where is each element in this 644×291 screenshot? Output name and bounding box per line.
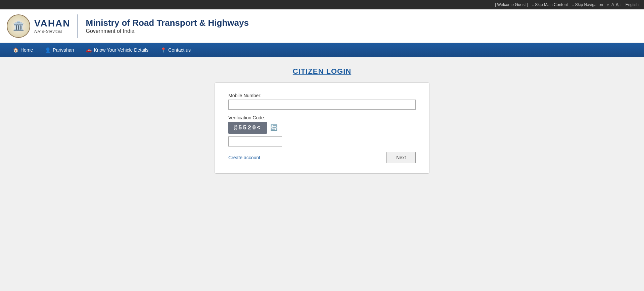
main-content: CITIZEN LOGIN Mobile Number: Verificatio… <box>0 57 644 291</box>
home-icon: 🏠 <box>13 47 18 53</box>
captcha-image: @5520< <box>228 122 267 134</box>
vahan-brand: VAHAN NR e-Services <box>34 18 70 34</box>
skip-navigation-link[interactable]: ↓ Skip Navigation <box>572 2 603 7</box>
verification-label: Verification Code: <box>228 115 416 120</box>
captcha-input[interactable] <box>228 136 282 147</box>
skip-main-content-link[interactable]: ↓ Skip Main Content <box>532 2 568 7</box>
site-header: 🏛️ VAHAN NR e-Services Ministry of Road … <box>0 9 644 43</box>
welcome-text: | Welcome Guest | <box>495 2 528 7</box>
font-decrease-button[interactable]: A- <box>607 3 610 6</box>
top-bar: | Welcome Guest | ↓ Skip Main Content ↓ … <box>0 0 644 9</box>
header-divider <box>78 14 78 38</box>
contact-icon: 📍 <box>160 47 166 53</box>
login-box: Mobile Number: Verification Code: @5520<… <box>215 82 429 174</box>
nav-parivahan-label: Parivahan <box>53 47 74 53</box>
font-increase-button[interactable]: A+ <box>615 2 622 7</box>
logo-section: 🏛️ VAHAN NR e-Services Ministry of Road … <box>7 14 249 38</box>
mobile-number-group: Mobile Number: <box>228 93 416 110</box>
nav-home[interactable]: 🏠 Home <box>7 43 39 57</box>
captcha-refresh-button[interactable]: 🔄 <box>270 124 278 131</box>
parivahan-icon: 👤 <box>45 47 51 53</box>
vehicle-icon: 🚗 <box>86 47 92 53</box>
page-title: CITIZEN LOGIN <box>293 67 351 76</box>
vahan-subtitle: NR e-Services <box>34 29 70 34</box>
mobile-input[interactable] <box>228 100 416 110</box>
verification-code-group: Verification Code: @5520< 🔄 <box>228 115 416 147</box>
nav-parivahan[interactable]: 👤 Parivahan <box>39 43 80 57</box>
nav-home-label: Home <box>20 47 33 53</box>
nav-contact-label: Contact us <box>168 47 191 53</box>
ministry-name: Ministry of Road Transport & Highways <box>86 18 248 28</box>
mobile-label: Mobile Number: <box>228 93 416 98</box>
government-emblem: 🏛️ <box>7 14 30 38</box>
font-normal-button[interactable]: A <box>611 2 614 7</box>
language-selector[interactable]: English <box>626 2 639 7</box>
create-account-link[interactable]: Create account <box>228 155 260 160</box>
ministry-sub: Government of India <box>86 28 248 34</box>
main-navbar: 🏠 Home 👤 Parivahan 🚗 Know Your Vehicle D… <box>0 43 644 57</box>
form-actions: Create account Next <box>228 152 416 163</box>
vahan-title: VAHAN <box>34 18 70 29</box>
nav-contact[interactable]: 📍 Contact us <box>154 43 197 57</box>
captcha-row: @5520< 🔄 <box>228 122 416 134</box>
font-size-controls: A- A A+ <box>607 2 622 7</box>
nav-know-vehicle[interactable]: 🚗 Know Your Vehicle Details <box>80 43 154 57</box>
next-button[interactable]: Next <box>386 152 416 163</box>
ministry-info: Ministry of Road Transport & Highways Go… <box>86 18 248 34</box>
nav-know-vehicle-label: Know Your Vehicle Details <box>94 47 148 53</box>
